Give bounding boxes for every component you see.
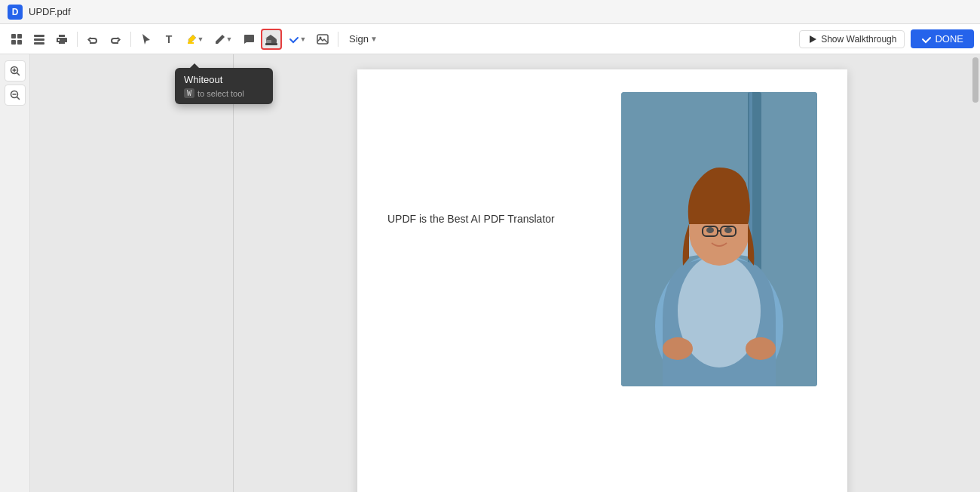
grid-view-button[interactable] (6, 29, 27, 50)
zoom-out-icon (10, 90, 20, 100)
pdf-page: UPDF is the Best AI PDF Translator (357, 69, 847, 492)
pen-dropdown-arrow: ▼ (226, 35, 233, 43)
svg-rect-7 (188, 42, 194, 44)
highlight-tool-button[interactable]: ▼ (181, 29, 208, 50)
print-button[interactable] (51, 29, 72, 50)
svg-rect-4 (34, 35, 44, 37)
shortcut-key: W (184, 88, 194, 98)
play-icon (807, 34, 818, 45)
done-button[interactable]: DONE (911, 29, 974, 48)
list-icon (33, 33, 45, 45)
pen-tool-button[interactable]: ▼ (210, 29, 237, 50)
highlight-icon (185, 33, 198, 45)
text-tool-button[interactable]: T (158, 29, 179, 50)
separator-3 (338, 32, 338, 47)
zoom-in-icon (10, 66, 20, 76)
checkmark-dropdown-arrow: ▼ (300, 35, 307, 43)
separator-1 (77, 32, 78, 47)
text-icon: T (166, 33, 173, 45)
comment-icon (243, 33, 255, 45)
pdf-viewer[interactable]: UPDF is the Best AI PDF Translator (234, 54, 971, 492)
cursor-icon (141, 33, 152, 45)
whiteout-tool-button[interactable] (261, 29, 282, 50)
whiteout-icon (265, 32, 278, 46)
undo-button[interactable] (82, 29, 103, 50)
file-title: UPDF.pdf (29, 6, 71, 17)
tooltip-title: Whiteout (184, 74, 264, 85)
grid-icon (11, 33, 23, 45)
highlight-dropdown-arrow: ▼ (198, 35, 204, 43)
toolbar-right: Show Walkthrough DONE (799, 29, 974, 48)
sign-button[interactable]: Sign ▼ (343, 30, 384, 48)
left-panel (30, 54, 234, 492)
toolbar: T ▼ ▼ ▼ (0, 24, 980, 54)
svg-rect-10 (265, 43, 277, 45)
zoom-in-button[interactable] (5, 60, 26, 81)
svg-rect-6 (34, 42, 44, 45)
done-label: DONE (935, 33, 963, 45)
scrollbar[interactable] (971, 54, 980, 492)
whiteout-tooltip: Whiteout W to select tool (175, 68, 273, 104)
svg-point-25 (706, 227, 714, 233)
svg-point-28 (746, 337, 776, 360)
pdf-image (621, 92, 817, 386)
image-icon (317, 33, 329, 45)
shortcut-description: to select tool (198, 89, 244, 98)
left-sidebar (0, 54, 30, 492)
svg-rect-0 (11, 34, 16, 38)
sign-dropdown-arrow: ▼ (370, 35, 378, 43)
svg-rect-3 (17, 40, 22, 45)
sign-label: Sign (349, 33, 369, 45)
zoom-out-button[interactable] (5, 85, 26, 106)
svg-rect-5 (34, 38, 44, 41)
svg-point-26 (724, 227, 732, 233)
pdf-image-container (621, 92, 817, 386)
checkmark-icon (288, 33, 300, 45)
separator-2 (130, 32, 131, 47)
pdf-text-content: UPDF is the Best AI PDF Translator (387, 213, 555, 225)
svg-rect-2 (11, 40, 16, 45)
comment-tool-button[interactable] (238, 29, 259, 50)
tooltip-shortcut: W to select tool (184, 88, 264, 98)
main-area: UPDF is the Best AI PDF Translator (0, 54, 980, 492)
walkthrough-button[interactable]: Show Walkthrough (799, 30, 905, 48)
image-tool-button[interactable] (312, 29, 333, 50)
done-check-icon (921, 34, 932, 45)
scrollbar-thumb[interactable] (972, 57, 978, 103)
svg-point-27 (663, 337, 693, 360)
redo-icon (109, 33, 121, 45)
person-illustration (621, 92, 817, 386)
list-view-button[interactable] (29, 29, 50, 50)
pen-icon (214, 33, 226, 45)
title-bar: D UPDF.pdf (0, 0, 980, 24)
select-tool-button[interactable] (136, 29, 157, 50)
print-icon (56, 33, 68, 45)
checkmark-tool-button[interactable]: ▼ (283, 29, 311, 50)
undo-icon (87, 33, 99, 45)
walkthrough-label: Show Walkthrough (821, 34, 896, 45)
redo-button[interactable] (105, 29, 126, 50)
app-logo: D (8, 5, 23, 20)
svg-rect-1 (17, 34, 22, 38)
